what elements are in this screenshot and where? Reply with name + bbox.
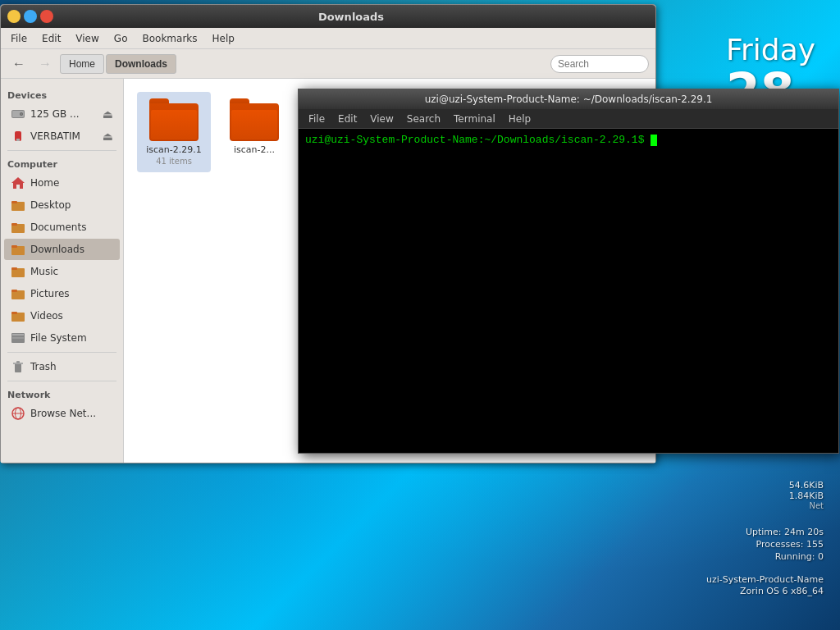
filesystem-label: File System xyxy=(30,332,87,344)
sidebar-item-music[interactable]: Music xyxy=(4,261,120,282)
terminal-prompt: uzi@uzi-System-Product-Name:~/Downloads/… xyxy=(305,134,644,146)
svg-rect-16 xyxy=(11,290,17,292)
file-manager-toolbar: ← → Home Downloads xyxy=(1,49,655,79)
sidebar-item-downloads[interactable]: Downloads xyxy=(4,239,120,260)
browse-network-label: Browse Net... xyxy=(30,408,96,419)
documents-label: Documents xyxy=(30,221,86,233)
hdd-label: 125 GB ... xyxy=(30,108,80,120)
divider-2 xyxy=(7,352,116,353)
videos-folder-icon xyxy=(11,308,25,323)
sidebar-item-desktop[interactable]: Desktop xyxy=(4,194,120,216)
term-menu-help[interactable]: Help xyxy=(502,112,537,126)
terminal-window: uzi@uzi-System-Product-Name: ~/Downloads… xyxy=(298,89,839,454)
svg-rect-24 xyxy=(16,361,20,363)
os-version: Zorin OS 6 x86_64 xyxy=(706,586,824,596)
folder-icon-iscan-2 xyxy=(228,98,281,141)
svg-point-3 xyxy=(21,113,22,115)
terminal-title: uzi@uzi-System-Product-Name: ~/Downloads… xyxy=(305,94,832,105)
menu-view[interactable]: View xyxy=(69,31,105,46)
maximize-button[interactable] xyxy=(24,10,37,23)
net-down: 54.6KiB xyxy=(706,480,824,491)
trash-label: Trash xyxy=(30,361,57,372)
menu-bookmarks[interactable]: Bookmarks xyxy=(135,31,203,46)
machine-info: uzi-System-Product-Name Zorin OS 6 x86_6… xyxy=(706,574,824,596)
documents-folder-icon xyxy=(11,220,25,235)
close-button[interactable] xyxy=(40,10,53,23)
net-up: 1.84KiB xyxy=(706,491,824,501)
sidebar-network-label: Network xyxy=(1,385,123,402)
svg-rect-18 xyxy=(11,312,17,314)
sidebar: Devices 125 GB ... ⏏ VERBATIM ⏏ Computer… xyxy=(1,79,124,463)
sidebar-item-videos[interactable]: Videos xyxy=(4,305,120,326)
home-icon xyxy=(11,176,25,190)
divider-1 xyxy=(7,150,116,151)
breadcrumb: Home Downloads xyxy=(60,54,176,74)
search-area xyxy=(550,55,649,73)
sidebar-item-home[interactable]: Home xyxy=(4,172,120,194)
minimize-button[interactable] xyxy=(7,10,21,23)
svg-rect-14 xyxy=(11,267,17,270)
term-menu-file[interactable]: File xyxy=(302,112,331,126)
divider-3 xyxy=(7,381,116,381)
back-button[interactable]: ← xyxy=(7,52,30,75)
folder-item-iscan-2[interactable]: iscan-2... xyxy=(217,92,291,172)
pictures-folder-icon xyxy=(11,286,25,301)
sidebar-item-hdd[interactable]: 125 GB ... ⏏ xyxy=(4,103,120,125)
terminal-body[interactable]: uzi@uzi-System-Product-Name:~/Downloads/… xyxy=(299,129,838,453)
sidebar-item-pictures[interactable]: Pictures xyxy=(4,283,120,304)
term-menu-terminal[interactable]: Terminal xyxy=(447,112,502,126)
sidebar-item-filesystem[interactable]: File System xyxy=(4,327,120,349)
desktop-label: Desktop xyxy=(30,199,71,211)
eject-verbatim-button[interactable]: ⏏ xyxy=(103,130,113,143)
forward-button[interactable]: → xyxy=(34,52,57,75)
videos-label: Videos xyxy=(30,310,63,322)
file-manager-titlebar: Downloads xyxy=(1,5,655,28)
menu-edit[interactable]: Edit xyxy=(35,31,67,46)
sidebar-item-documents[interactable]: Documents xyxy=(4,217,120,238)
search-input[interactable] xyxy=(550,55,649,73)
menu-go[interactable]: Go xyxy=(107,31,135,46)
window-controls xyxy=(7,10,53,23)
terminal-menubar: File Edit View Search Terminal Help xyxy=(299,109,838,129)
folder-item-iscan-1[interactable]: iscan-2.29.1 41 items xyxy=(137,92,211,172)
term-menu-edit[interactable]: Edit xyxy=(331,112,363,126)
folder-label-iscan-1: iscan-2.29.1 xyxy=(146,144,202,156)
sidebar-item-trash[interactable]: Trash xyxy=(4,356,120,377)
machine-name: uzi-System-Product-Name xyxy=(706,574,824,585)
sidebar-computer-label: Computer xyxy=(1,154,123,171)
downloads-folder-icon xyxy=(11,242,25,257)
uptime: Uptime: 24m 20s xyxy=(706,527,824,537)
file-manager-menubar: File Edit View Go Bookmarks Help xyxy=(1,28,655,49)
folder-icon-iscan-1 xyxy=(148,98,200,141)
term-menu-search[interactable]: Search xyxy=(400,112,447,126)
svg-rect-20 xyxy=(12,334,24,336)
processes: Processes: 155 xyxy=(706,539,824,550)
menu-file[interactable]: File xyxy=(4,31,34,46)
music-folder-icon xyxy=(11,264,25,279)
breadcrumb-downloads[interactable]: Downloads xyxy=(106,54,176,74)
verbatim-label: VERBATIM xyxy=(30,130,80,142)
term-menu-view[interactable]: View xyxy=(363,112,399,126)
desktop-folder-icon xyxy=(11,198,25,212)
sidebar-item-browse-network[interactable]: Browse Net... xyxy=(4,403,120,424)
svg-rect-12 xyxy=(11,245,17,248)
svg-rect-5 xyxy=(16,139,20,141)
trash-icon xyxy=(11,359,25,374)
eject-hdd-button[interactable]: ⏏ xyxy=(103,107,113,121)
terminal-titlebar: uzi@uzi-System-Product-Name: ~/Downloads… xyxy=(299,89,838,109)
desktop-weekday: Friday xyxy=(726,33,815,66)
sidebar-item-verbatim[interactable]: VERBATIM ⏏ xyxy=(4,126,120,147)
network-browse-icon xyxy=(11,406,25,421)
menu-help[interactable]: Help xyxy=(206,31,241,46)
window-title: Downloads xyxy=(53,11,649,23)
sys-info: Uptime: 24m 20s Processes: 155 Running: … xyxy=(706,527,824,562)
sidebar-devices-label: Devices xyxy=(1,85,123,103)
breadcrumb-home[interactable]: Home xyxy=(60,54,104,74)
running: Running: 0 xyxy=(706,551,824,562)
system-stats: 54.6KiB 1.84KiB Net Uptime: 24m 20s Proc… xyxy=(706,480,824,597)
music-label: Music xyxy=(30,266,58,277)
downloads-label: Downloads xyxy=(30,244,84,255)
pictures-label: Pictures xyxy=(30,288,70,299)
svg-rect-10 xyxy=(11,223,17,226)
folder-label-iscan-2: iscan-2... xyxy=(234,144,275,156)
